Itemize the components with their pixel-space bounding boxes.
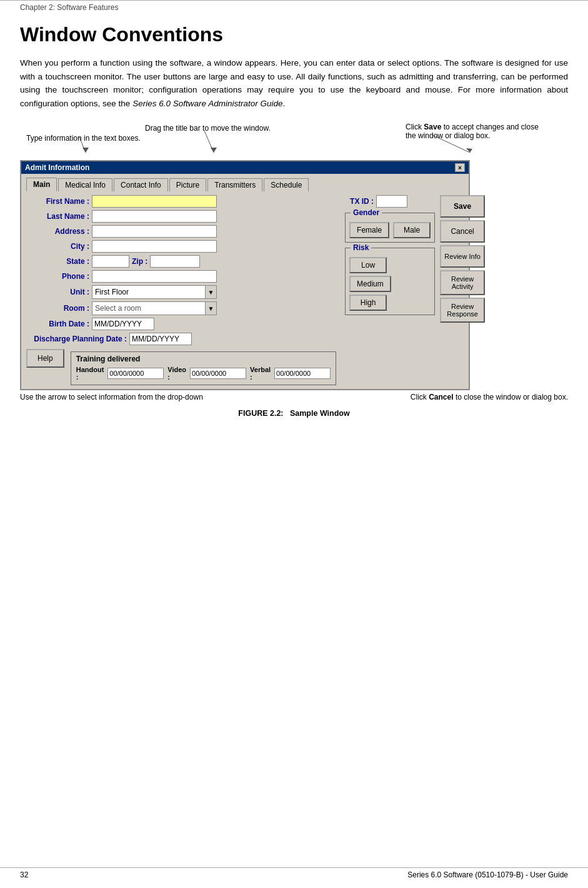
verbal-label: Verbal : — [250, 366, 271, 381]
chapter-label: Chapter 2: Software Features — [20, 3, 118, 12]
tab-picture[interactable]: Picture — [169, 178, 206, 191]
male-button[interactable]: Male — [393, 222, 431, 238]
tab-transmitters[interactable]: Transmitters — [207, 178, 262, 191]
cancel-button[interactable]: Cancel — [440, 220, 485, 243]
handout-input[interactable] — [107, 368, 164, 379]
dialog-title: Admit Information — [25, 163, 89, 172]
medium-button[interactable]: Medium — [349, 276, 391, 292]
txid-row: TX ID : — [345, 195, 435, 208]
bottom-left-annotation: Use the arrow to select information from… — [20, 393, 203, 401]
figure-caption: FIGURE 2.2: Sample Window — [20, 409, 568, 418]
discharge-row: Discharge Planning Date : — [26, 333, 336, 345]
bottom-annotations: Use the arrow to select information from… — [20, 393, 568, 401]
address-label: Address : — [26, 227, 92, 236]
gender-title: Gender — [351, 208, 382, 217]
last-name-label: Last Name : — [26, 212, 92, 221]
state-zip-row: State : Zip : — [26, 255, 336, 268]
discharge-label: Discharge Planning Date : — [26, 335, 129, 343]
room-dropdown-arrow[interactable]: ▼ — [205, 302, 216, 315]
phone-input[interactable] — [92, 270, 217, 283]
txid-input[interactable] — [376, 195, 407, 208]
annotation-drag: Drag the title bar to move the window. — [145, 124, 271, 133]
room-row: Room : Select a room ▼ — [26, 301, 336, 315]
gender-group: Gender Female Male — [345, 213, 435, 243]
video-input[interactable] — [190, 368, 246, 379]
unit-row: Unit : First Floor ▼ — [26, 285, 336, 299]
txid-label: TX ID : — [345, 197, 376, 206]
figure-caption-text: Sample Window — [290, 409, 350, 418]
phone-row: Phone : — [26, 270, 336, 283]
room-value: Select a room — [92, 304, 205, 313]
unit-dropdown[interactable]: First Floor ▼ — [92, 285, 217, 299]
birth-date-input[interactable] — [92, 318, 154, 330]
figure-label: FIGURE 2.2: — [238, 409, 283, 418]
tab-medical-info[interactable]: Medical Info — [58, 178, 112, 191]
svg-marker-3 — [211, 148, 217, 153]
address-input[interactable] — [92, 225, 217, 238]
zip-label: Zip : — [129, 257, 150, 266]
dialog-wrapper: Admit Information × Main Medical Info Co… — [20, 160, 568, 390]
training-section: Training delivered Handout : Video : Ver… — [71, 351, 336, 385]
birth-date-label: Birth Date : — [26, 320, 92, 328]
tab-main[interactable]: Main — [26, 178, 57, 191]
svg-marker-1 — [82, 148, 89, 153]
tab-schedule[interactable]: Schedule — [264, 178, 309, 191]
last-name-input[interactable] — [92, 210, 217, 223]
action-buttons-column: Save Cancel Review Info Review Activity … — [440, 195, 485, 385]
first-name-label: First Name : — [26, 197, 92, 206]
handout-label: Handout : — [76, 366, 104, 381]
high-button[interactable]: High — [349, 295, 387, 311]
low-button[interactable]: Low — [349, 257, 387, 273]
dialog-titlebar[interactable]: Admit Information × — [21, 161, 469, 174]
bottom-right-annotation: Click Cancel to close the window or dial… — [411, 393, 568, 401]
review-response-button[interactable]: Review Response — [440, 298, 485, 323]
phone-label: Phone : — [26, 272, 92, 281]
dialog-box: Admit Information × Main Medical Info Co… — [20, 160, 470, 390]
birth-date-row: Birth Date : — [26, 318, 336, 330]
city-label: City : — [26, 242, 92, 251]
page-footer: 32 Series 6.0 Software (0510-1079-B) - U… — [0, 867, 588, 882]
unit-value: First Floor — [92, 288, 205, 296]
last-name-row: Last Name : — [26, 210, 336, 223]
risk-title: Risk — [351, 243, 371, 252]
room-dropdown[interactable]: Select a room ▼ — [92, 301, 217, 315]
annotation-type-info: Type information in the text boxes. — [26, 134, 141, 143]
first-name-input[interactable] — [92, 195, 217, 208]
tab-contact-info[interactable]: Contact Info — [114, 178, 168, 191]
review-activity-button[interactable]: Review Activity — [440, 270, 485, 295]
zip-input[interactable] — [150, 255, 200, 268]
svg-line-2 — [204, 131, 214, 153]
address-row: Address : — [26, 225, 336, 238]
city-row: City : — [26, 240, 336, 253]
help-button[interactable]: Help — [26, 349, 64, 368]
female-button[interactable]: Female — [349, 222, 389, 238]
risk-group: Risk Low Medium High — [345, 248, 435, 315]
close-icon[interactable]: × — [455, 163, 465, 172]
state-label: State : — [26, 257, 92, 266]
svg-marker-5 — [466, 148, 472, 153]
review-info-button[interactable]: Review Info — [440, 245, 485, 268]
first-name-row: First Name : — [26, 195, 336, 208]
annotations-top: Type information in the text boxes. Drag… — [20, 121, 568, 159]
footer-right: Series 6.0 Software (0510-1079-B) - User… — [407, 870, 568, 879]
footer-page-number: 32 — [20, 870, 28, 879]
unit-label: Unit : — [26, 288, 92, 296]
training-title: Training delivered — [76, 355, 331, 363]
body-text: When you perform a function using the so… — [20, 56, 568, 110]
page-title: Window Conventions — [20, 23, 568, 46]
city-input[interactable] — [92, 240, 217, 253]
save-button[interactable]: Save — [440, 195, 485, 218]
room-label: Room : — [26, 304, 92, 313]
tabs-row: Main Medical Info Contact Info Picture T… — [26, 178, 464, 191]
video-label: Video : — [167, 366, 186, 381]
discharge-input[interactable] — [129, 333, 192, 345]
verbal-input[interactable] — [274, 368, 331, 379]
annotation-save: Click Save to accept changes and close t… — [406, 123, 543, 140]
unit-dropdown-arrow[interactable]: ▼ — [205, 286, 216, 298]
state-input[interactable] — [92, 255, 129, 268]
